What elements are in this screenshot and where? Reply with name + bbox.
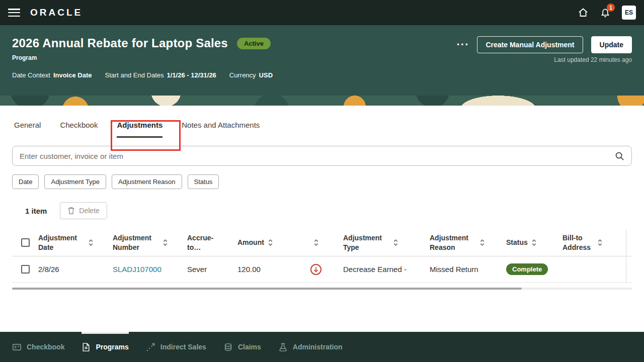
tab-bar: General Checkbook Adjustments Notes and … [12,106,632,138]
home-icon[interactable] [578,7,589,18]
indirect-sales-icon [146,342,155,352]
nav-item-administration[interactable]: Administration [278,332,343,362]
sort-icon-amount[interactable] [268,238,273,247]
item-count: 1 item [25,207,47,215]
notification-count-badge: 1 [607,4,615,12]
last-updated-text: Last updated 22 minutes ago [554,56,632,63]
filter-chips: Date Adjustment Type Adjustment Reason S… [12,174,632,189]
top-navbar: ORACLE 1 ES [0,0,644,25]
table-row[interactable]: 2/8/26 SLADJ107000 Sever 120.00 Decrease… [12,256,632,283]
adjustments-table: Adjustment Date Adjustment Number Accrue… [12,229,632,290]
administration-icon [278,342,288,352]
update-button[interactable]: Update [591,36,632,53]
page-title: 2026 Annual Rebate for Laptop Sales [12,36,228,50]
nav-item-checkbook[interactable]: Checkbook [12,332,64,362]
oracle-logo: ORACLE [30,7,83,18]
adjustment-number-link[interactable]: SLADJ107000 [113,265,162,274]
page-header: 2026 Annual Rebate for Laptop Sales Acti… [0,25,644,96]
cell-adjustment-type: Decrease Earned - [343,265,407,274]
sort-icon-status[interactable] [531,238,537,247]
user-avatar[interactable]: ES [622,6,636,20]
cell-adjustment-reason: Missed Return [430,265,478,274]
sort-icon-adjustment-date[interactable] [88,238,94,247]
checkbook-icon [12,342,22,352]
delete-button[interactable]: Delete [60,202,107,219]
programs-icon [82,342,91,352]
tab-notes-and-attachments[interactable]: Notes and Attachments [182,121,260,138]
bottom-navbar: Checkbook Programs Indirect Sales [0,332,644,362]
create-manual-adjustment-button[interactable]: Create Manual Adjustment [477,36,583,53]
trash-icon [67,207,75,215]
nav-item-indirect-sales[interactable]: Indirect Sales [146,332,206,362]
search-bar [12,146,632,166]
cell-accrue-to: Sever [187,265,207,274]
complete-status-badge: Complete [506,263,548,275]
tab-adjustments[interactable]: Adjustments [117,121,163,138]
select-all-checkbox[interactable] [21,238,30,247]
row-checkbox[interactable] [21,265,30,274]
notifications-bell-icon[interactable]: 1 [600,7,611,18]
filter-chip-adjustment-reason[interactable]: Adjustment Reason [112,174,182,189]
horizontal-scrollbar [12,288,632,290]
nav-item-programs[interactable]: Programs [82,332,128,362]
table-header-row: Adjustment Date Adjustment Number Accrue… [12,229,632,256]
sort-icon-indicator-column[interactable] [313,238,319,247]
more-actions-button[interactable]: ··· [456,39,469,50]
decorative-banner [0,96,644,106]
meta-currency: CurrencyUSD [229,71,273,79]
sort-icon-adjustment-reason[interactable] [479,238,485,247]
filter-chip-adjustment-type[interactable]: Adjustment Type [44,174,106,189]
tab-checkbook[interactable]: Checkbook [60,121,98,138]
cell-amount: 120.00 [237,265,261,274]
search-input[interactable] [20,152,615,160]
claims-icon [223,342,233,352]
menu-icon[interactable] [8,9,20,17]
object-type-label: Program [12,54,632,61]
header-meta: Date ContextInvoice Date Start and End D… [12,71,632,79]
column-divider [626,229,626,283]
cell-adjustment-date: 2/8/26 [38,265,59,274]
sort-icon-adjustment-type[interactable] [393,238,398,247]
tab-general[interactable]: General [14,121,41,138]
horizontal-scrollbar-thumb[interactable] [12,288,522,290]
sort-icon-adjustment-number[interactable] [163,238,168,247]
sort-icon-bill-to-address[interactable] [597,238,603,247]
status-badge: Active [237,38,271,49]
filter-chip-status[interactable]: Status [188,174,219,189]
search-icon[interactable] [615,151,624,161]
decrease-arrow-icon [310,264,321,275]
main-content: General Checkbook Adjustments Notes and … [0,106,644,332]
table-toolbar: 1 item Delete [12,202,632,219]
meta-date-context: Date ContextInvoice Date [12,71,92,79]
nav-item-claims[interactable]: Claims [223,332,261,362]
filter-chip-date[interactable]: Date [12,174,39,189]
meta-start-end-dates: Start and End Dates1/1/26 - 12/31/26 [105,71,216,79]
